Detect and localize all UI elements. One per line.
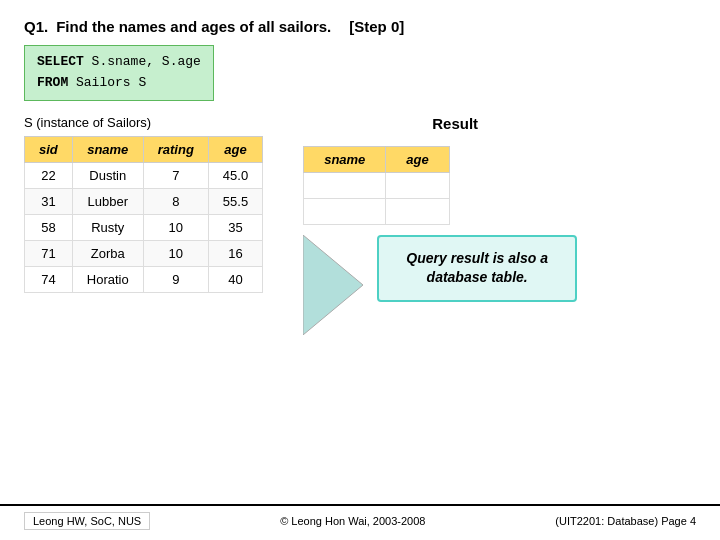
sailors-row-1: 31Lubber855.5 xyxy=(25,188,263,214)
question-number: Q1. xyxy=(24,18,48,35)
result-cell-empty2a xyxy=(304,198,386,224)
sailors-cell-sid-2: 58 xyxy=(25,214,73,240)
left-section: S (instance of Sailors) sid sname rating… xyxy=(24,115,263,293)
sailors-table: sid sname rating age 22Dustin745.031Lubb… xyxy=(24,136,263,293)
sailors-cell-rating-3: 10 xyxy=(143,240,208,266)
sql-from-code: Sailors S xyxy=(68,75,146,90)
sailors-row-4: 74Horatio940 xyxy=(25,266,263,292)
main-content: S (instance of Sailors) sid sname rating… xyxy=(24,115,696,335)
sailors-cell-age-1: 55.5 xyxy=(208,188,262,214)
sailors-cell-sname-4: Horatio xyxy=(72,266,143,292)
sailors-table-header-row: sid sname rating age xyxy=(25,136,263,162)
result-row-empty1 xyxy=(304,172,450,198)
sql-line1: SELECT S.sname, S.age xyxy=(37,52,201,73)
col-sid: sid xyxy=(25,136,73,162)
question-text: Find the names and ages of all sailors. xyxy=(56,18,331,35)
sailors-table-label: S (instance of Sailors) xyxy=(24,115,263,130)
pointer-triangle-svg xyxy=(303,235,373,335)
sailors-cell-sname-1: Lubber xyxy=(72,188,143,214)
result-col-age: age xyxy=(386,146,449,172)
sailors-cell-rating-4: 9 xyxy=(143,266,208,292)
sql-from-keyword: FROM xyxy=(37,75,68,90)
result-section-wrapper: Result sname age xyxy=(303,115,577,335)
sailors-row-3: 71Zorba1016 xyxy=(25,240,263,266)
footer-left: Leong HW, SoC, NUS xyxy=(24,512,150,530)
col-rating: rating xyxy=(143,136,208,162)
sailors-cell-sname-2: Rusty xyxy=(72,214,143,240)
sailors-cell-age-3: 16 xyxy=(208,240,262,266)
result-cell-empty1a xyxy=(304,172,386,198)
callout-box: Query result is also a database table. xyxy=(377,235,577,302)
sailors-cell-sname-0: Dustin xyxy=(72,162,143,188)
result-cell-empty2b xyxy=(386,198,449,224)
result-and-shape: Query result is also a database table. xyxy=(303,235,577,335)
sailors-cell-age-0: 45.0 xyxy=(208,162,262,188)
result-col-sname: sname xyxy=(304,146,386,172)
sailors-cell-sid-0: 22 xyxy=(25,162,73,188)
result-title: Result xyxy=(432,115,478,132)
sql-line2: FROM Sailors S xyxy=(37,73,201,94)
sql-select-keyword: SELECT xyxy=(37,54,84,69)
sailors-cell-age-4: 40 xyxy=(208,266,262,292)
sailors-row-2: 58Rusty1035 xyxy=(25,214,263,240)
result-row-empty2 xyxy=(304,198,450,224)
sql-select-code: S.sname, S.age xyxy=(84,54,201,69)
sailors-cell-rating-0: 7 xyxy=(143,162,208,188)
col-age: age xyxy=(208,136,262,162)
sailors-cell-rating-1: 8 xyxy=(143,188,208,214)
sailors-row-0: 22Dustin745.0 xyxy=(25,162,263,188)
result-table: sname age xyxy=(303,146,450,225)
page: Q1. Find the names and ages of all sailo… xyxy=(0,0,720,540)
footer-center: © Leong Hon Wai, 2003-2008 xyxy=(280,515,425,527)
sailors-cell-sid-3: 71 xyxy=(25,240,73,266)
result-top: Result xyxy=(303,115,577,140)
sailors-cell-sid-1: 31 xyxy=(25,188,73,214)
col-sname: sname xyxy=(72,136,143,162)
sailors-cell-sname-3: Zorba xyxy=(72,240,143,266)
svg-marker-0 xyxy=(303,235,363,335)
question-line: Q1. Find the names and ages of all sailo… xyxy=(24,18,696,35)
footer-right: (UIT2201: Database) Page 4 xyxy=(555,515,696,527)
sql-box: SELECT S.sname, S.age FROM Sailors S xyxy=(24,45,214,101)
result-header-row: sname age xyxy=(304,146,450,172)
sailors-cell-sid-4: 74 xyxy=(25,266,73,292)
result-cell-empty1b xyxy=(386,172,449,198)
sailors-cell-rating-2: 10 xyxy=(143,214,208,240)
step-label: [Step 0] xyxy=(349,18,404,35)
sailors-cell-age-2: 35 xyxy=(208,214,262,240)
footer: Leong HW, SoC, NUS © Leong Hon Wai, 2003… xyxy=(0,504,720,530)
right-section: Result sname age xyxy=(293,115,696,335)
